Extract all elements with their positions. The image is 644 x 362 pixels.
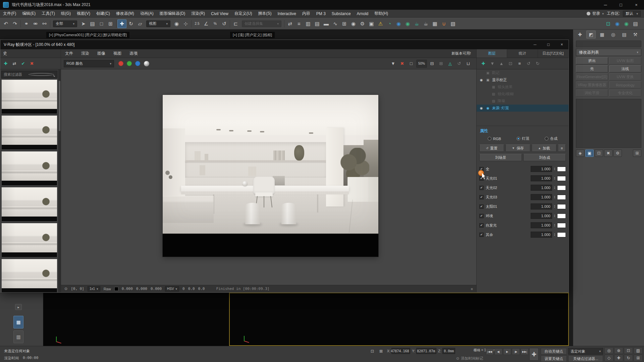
curve-editor-icon[interactable]: ∿ ▾ [331, 19, 340, 28]
undo-icon[interactable]: ↶ ▾ [1, 19, 10, 28]
viewport-left[interactable] [43, 293, 229, 346]
set-keys-button[interactable]: ✚ [529, 348, 539, 361]
load-button[interactable]: ▲ 加载 [532, 144, 556, 152]
blue-channel-toggle[interactable] [135, 61, 140, 66]
menu-item[interactable]: 动画(A) [137, 10, 157, 17]
vfb-menu-item[interactable]: 图像 [93, 49, 109, 58]
viewport-layout-tab2-button[interactable]: ▥ [13, 330, 23, 343]
history-set-a-icon[interactable]: ✔ [19, 60, 27, 68]
spinner[interactable]: ▴▾ [554, 214, 555, 218]
status-menu-icon[interactable]: ≡ [471, 287, 473, 291]
select-scale-icon[interactable]: ▱ ▾ [136, 19, 145, 28]
multiplier-field[interactable]: 1.000 [531, 203, 552, 209]
history-thumbnail[interactable] [1, 259, 57, 292]
layer-redo-icon[interactable]: ↻ [534, 60, 542, 68]
color-swatch[interactable] [557, 195, 566, 200]
selection-set-dropdown[interactable]: 选定对象 ▾ [568, 348, 603, 355]
y-coordinate-field[interactable]: 82071.07m [416, 348, 436, 354]
history-thumbnail[interactable] [1, 151, 57, 186]
zoom-extents-icon[interactable]: ⊡ [624, 347, 633, 354]
modifier-list-dropdown[interactable]: 修改器列表 ▾ [576, 49, 641, 56]
mirror-icon[interactable]: ⇄ ▾ [285, 19, 294, 28]
bind-spacewarp-icon[interactable]: ⚯ ▾ [40, 19, 49, 28]
clear-image-icon[interactable]: ✖ [398, 60, 406, 68]
channel-dropdown[interactable]: RGB 颜色 ▾ [64, 60, 114, 67]
vfb-minimize-button[interactable]: ─ [528, 40, 542, 49]
properties-menu-button[interactable]: ≡ [558, 144, 566, 152]
toolbar-separator[interactable]: ▾ [20, 20, 21, 27]
visibility-eye-icon[interactable]: ◉ [479, 106, 484, 110]
lightmix-row[interactable]: ✔ 其余 1.000 ▴▾ [477, 230, 569, 239]
menu-item[interactable]: 工具(T) [39, 10, 58, 17]
toolbar-separator[interactable]: ▾ [50, 20, 50, 27]
viewport-layout-expand-button[interactable]: ▸ [15, 304, 22, 310]
modifier-button[interactable]: 专业优化 [609, 89, 641, 97]
vfb-panel-tab[interactable]: 统计 [507, 49, 538, 58]
viewport-layout-tab1-button[interactable]: ▦ [13, 316, 23, 328]
align-icon[interactable]: ≡ ▾ [294, 19, 304, 28]
vfb-layer-row[interactable]: ▣ 戳记 [477, 69, 569, 76]
history-delete-icon[interactable]: ✖ [28, 60, 36, 68]
checkbox[interactable]: ✔ [479, 233, 484, 237]
edit-named-selections-icon[interactable]: ⊏ ▾ [231, 19, 240, 28]
visibility-eye-icon[interactable]: ◉ [479, 78, 484, 82]
display-tab-icon[interactable]: ▤ [620, 31, 629, 39]
render-production-icon[interactable]: ☕ ▾ [412, 19, 421, 28]
history-thumbnail[interactable] [1, 79, 57, 114]
lightmix-row[interactable]: ✔ 天光02 1.000 ▴▾ [477, 183, 569, 192]
spinner[interactable]: ▴▾ [554, 186, 555, 189]
region-render-icon[interactable]: □ [407, 60, 415, 68]
compare-horizontal-icon[interactable]: ⊟ [428, 60, 436, 68]
layer-add-icon[interactable]: ✚ [479, 60, 487, 68]
ipr-icon[interactable]: ◬ [446, 60, 454, 68]
create-tab-icon[interactable]: ✚ [575, 31, 585, 39]
history-thumbnail[interactable] [1, 115, 57, 150]
multiplier-field[interactable]: 1.000 [531, 166, 552, 172]
login-button[interactable]: 登录 ▾ [587, 11, 604, 16]
substance-icon[interactable]: ∪ ▾ [439, 19, 448, 28]
rendered-frame-icon[interactable]: ▣ ▾ [367, 19, 376, 28]
named-selection-dropdown[interactable]: 创建选择集 ▾ [242, 20, 281, 27]
menu-item[interactable]: 文件(F) [0, 10, 19, 17]
x-coordinate-field[interactable]: 47874.168 [391, 348, 410, 354]
go-to-start-button[interactable]: |◀◀ [486, 348, 494, 355]
pin-stack-icon[interactable]: ◈ [576, 149, 584, 157]
color-sphere-icon[interactable] [144, 61, 149, 66]
key-filters-button[interactable]: 关键点过滤器... [568, 355, 603, 362]
menu-item[interactable]: 修改器(M) [113, 10, 137, 17]
angle-snap-icon[interactable]: ∠ ▾ [202, 19, 211, 28]
arnold-toolbar-icon[interactable]: ◉ [622, 19, 631, 28]
unlink-icon[interactable]: ⚮ ▾ [31, 19, 40, 28]
layer-undo-icon[interactable]: ↺ [525, 60, 533, 68]
zoom-region-icon[interactable]: ▧ [634, 347, 643, 354]
vfb-layer-row[interactable]: ▦ 镜头效果 [477, 83, 569, 90]
render-warning-icon[interactable]: ⚠ ▾ [376, 19, 385, 28]
orbit-icon[interactable]: ↻ [624, 355, 633, 361]
zoom-all-icon[interactable]: ⊕ [614, 347, 623, 354]
color-swatch[interactable] [557, 185, 566, 190]
lightmix-row[interactable]: ✔ 太阳01 1.000 ▴▾ [477, 202, 569, 211]
to-scene-button[interactable]: 到场景 [479, 154, 522, 161]
ref-coord-dropdown[interactable]: 视图 ▾ [146, 20, 170, 27]
next-frame-button[interactable]: |▶ [512, 348, 520, 355]
new-version-notice[interactable]: 新版本可用! [446, 51, 476, 56]
select-manipulate-icon[interactable]: ⊹ ▾ [181, 19, 190, 28]
history-scrollbar[interactable] [58, 69, 61, 292]
viewport-top-caption[interactable]: [+] [顶] [用户定义] [线框] [230, 32, 275, 38]
radio-option[interactable]: RGB [488, 136, 501, 141]
green-channel-toggle[interactable] [127, 61, 132, 66]
use-pivot-icon[interactable]: ◉ ▾ [172, 19, 181, 28]
maximize-button[interactable]: □ [613, 0, 629, 10]
schematic-view-icon[interactable]: ⊞ ▾ [340, 19, 349, 28]
lightmix-row[interactable]: ✔ 环境 1.000 ▴▾ [477, 211, 569, 221]
menu-item[interactable]: 编辑(E) [19, 10, 39, 17]
pixel-size-dropdown[interactable]: 1x1 ▾ [88, 286, 100, 292]
menu-item[interactable]: 帮助(H) [371, 10, 391, 17]
redo-icon[interactable]: ↷ ▾ [10, 19, 19, 28]
state-sets-icon[interactable]: ◔ ▾ [385, 19, 394, 28]
modifier-button[interactable]: 壳 [576, 65, 608, 72]
vfb-menu-item[interactable]: 选项 [125, 49, 142, 58]
workspace-icon[interactable]: ▤ [631, 19, 640, 28]
select-by-name-icon[interactable]: ▤ ▾ [88, 19, 97, 28]
show-end-result-icon[interactable]: ▣ [585, 149, 594, 157]
